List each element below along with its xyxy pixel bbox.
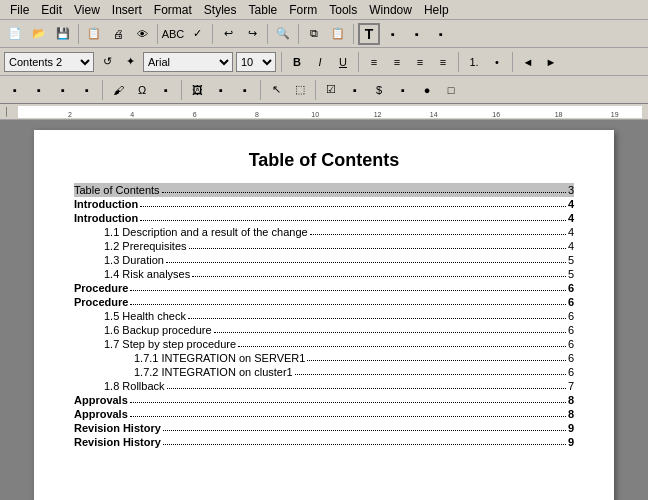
menu-window[interactable]: Window [363,1,418,19]
sep11 [102,80,103,100]
toc-label: Approvals [74,408,128,420]
toc-dots [162,184,566,193]
italic-btn[interactable]: I [310,52,330,72]
preview-btn[interactable]: 👁 [131,23,153,45]
menu-tools[interactable]: Tools [323,1,363,19]
paste-btn[interactable]: 📋 [327,23,349,45]
ruler: │ 2 4 6 8 10 12 14 16 18 19 [0,104,648,120]
toc-page-number: 8 [568,408,574,420]
menu-form[interactable]: Form [283,1,323,19]
img-btn[interactable]: 🖼 [186,79,208,101]
toc-page-number: 6 [568,310,574,322]
toc-label: Procedure [74,282,128,294]
toc-label: 1.6 Backup procedure [104,324,212,336]
spell-btn[interactable]: ABC [162,23,184,45]
list-bullet[interactable]: • [487,52,507,72]
align-right[interactable]: ≡ [410,52,430,72]
t3-btn8[interactable]: ▪ [344,79,366,101]
open-btn[interactable]: 📂 [28,23,50,45]
t3-btn12[interactable]: □ [440,79,462,101]
toc-page-number: 4 [568,198,574,210]
toc-dots [188,310,566,319]
redo-btn[interactable]: ↪ [241,23,263,45]
t3-btn9[interactable]: $ [368,79,390,101]
sep13 [260,80,261,100]
ruler-mark-10: 10 [311,111,319,118]
toc-row: 1.1 Description and a result of the chan… [74,225,574,239]
toc-container: Table of Contents3Introduction4Introduct… [74,183,574,449]
align-center[interactable]: ≡ [387,52,407,72]
menu-file[interactable]: File [4,1,35,19]
toc-row: 1.7.2 INTEGRATION on cluster16 [74,365,574,379]
align-justify[interactable]: ≡ [433,52,453,72]
menu-format[interactable]: Format [148,1,198,19]
more-btn1[interactable]: ▪ [382,23,404,45]
indent-less[interactable]: ◄ [518,52,538,72]
toc-row: Revision History9 [74,421,574,435]
print-btn[interactable]: 🖨 [107,23,129,45]
toc-page-number: 4 [568,212,574,224]
t-icon[interactable]: T [358,23,380,45]
toc-label: 1.1 Description and a result of the chan… [104,226,308,238]
menu-styles[interactable]: Styles [198,1,243,19]
style-new[interactable]: ✦ [120,52,140,72]
toc-row: 1.4 Risk analyses5 [74,267,574,281]
menu-view[interactable]: View [68,1,106,19]
size-select[interactable]: 10 [236,52,276,72]
t3-btn4[interactable]: ▪ [76,79,98,101]
char-btn[interactable]: Ω [131,79,153,101]
ruler-mark-16: 16 [492,111,500,118]
align-left[interactable]: ≡ [364,52,384,72]
toc-row: Approvals8 [74,407,574,421]
t3-btn10[interactable]: ▪ [392,79,414,101]
undo-btn[interactable]: ↩ [217,23,239,45]
t3-btn7[interactable]: ▪ [234,79,256,101]
list-num[interactable]: 1. [464,52,484,72]
t3-btn6[interactable]: ▪ [210,79,232,101]
menu-edit[interactable]: Edit [35,1,68,19]
document-area: Table of Contents Table of Contents3Intr… [0,120,648,500]
t3-btn5[interactable]: ▪ [155,79,177,101]
sep9 [458,52,459,72]
toc-label: Procedure [74,296,128,308]
toc-row: Introduction4 [74,211,574,225]
toc-dots [166,254,566,263]
paint-btn[interactable]: 🖌 [107,79,129,101]
style-refresh[interactable]: ↺ [97,52,117,72]
menu-table[interactable]: Table [243,1,284,19]
bold-btn[interactable]: B [287,52,307,72]
menu-help[interactable]: Help [418,1,455,19]
more-btn2[interactable]: ▪ [406,23,428,45]
ruler-mark-2: 2 [68,111,72,118]
t3-btn3[interactable]: ▪ [52,79,74,101]
t3-btn11[interactable]: ● [416,79,438,101]
copy-btn[interactable]: ⧉ [303,23,325,45]
underline-btn[interactable]: U [333,52,353,72]
toc-label: Introduction [74,212,138,224]
toc-dots [192,268,566,277]
toc-label: 1.8 Rollback [104,380,165,392]
ruler-mark-6: 6 [193,111,197,118]
checkbox-btn[interactable]: ☑ [320,79,342,101]
menu-insert[interactable]: Insert [106,1,148,19]
toc-page-number: 9 [568,436,574,448]
t3-btn2[interactable]: ▪ [28,79,50,101]
toc-label: Table of Contents [74,184,160,196]
more-btn3[interactable]: ▪ [430,23,452,45]
select-btn[interactable]: ⬚ [289,79,311,101]
toc-label: Revision History [74,436,161,448]
cursor-btn[interactable]: ↖ [265,79,287,101]
new-btn[interactable]: 📄 [4,23,26,45]
toc-dots [167,380,566,389]
toc-label: 1.2 Prerequisites [104,240,187,252]
font-select[interactable]: Arial [143,52,233,72]
toc-dots [295,366,566,375]
auto-btn[interactable]: ✓ [186,23,208,45]
indent-more[interactable]: ► [541,52,561,72]
t3-btn1[interactable]: ▪ [4,79,26,101]
style-select[interactable]: Contents 2 [4,52,94,72]
save-btn[interactable]: 💾 [52,23,74,45]
pdf-btn[interactable]: 📋 [83,23,105,45]
find-btn[interactable]: 🔍 [272,23,294,45]
toc-row: 1.5 Health check6 [74,309,574,323]
